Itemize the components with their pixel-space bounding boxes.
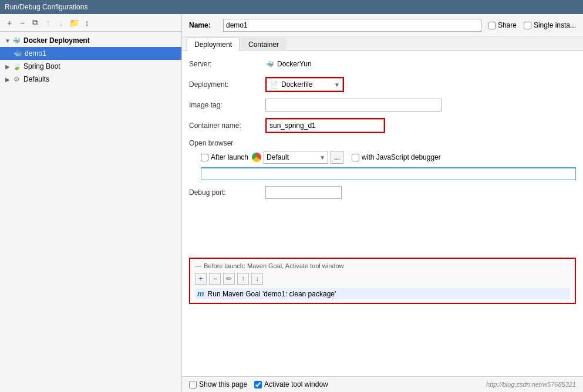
deployment-dropdown[interactable]: 📄 Dockerfile ▼ [267, 78, 343, 91]
browser-row: After launch Default ▼ ... with JavaScri… [189, 151, 576, 164]
single-instance-label: Single insta... [534, 21, 576, 29]
before-launch-toolbar: + − ✏ ↑ ↓ [195, 273, 570, 285]
container-name-label: Container name: [189, 121, 265, 130]
container-name-input[interactable] [267, 119, 384, 132]
config-tree: ▼ 🐳 Docker Deployment 🐳 demo1 ▶ 🍃 Spring… [0, 32, 181, 392]
right-panel: Name: Share Single insta... Deployment C… [182, 14, 583, 392]
activate-tool-checkbox-label[interactable]: Activate tool window [254, 380, 328, 388]
browser-dropdown-arrow: ▼ [319, 154, 325, 161]
folder-button[interactable]: 📁 [68, 17, 80, 29]
tree-item-defaults[interactable]: ▶ ⚙ Defaults [0, 73, 181, 86]
share-checkbox[interactable] [488, 22, 496, 29]
tree-item-spring[interactable]: ▶ 🍃 Spring Boot [0, 60, 181, 73]
show-page-checkbox-label[interactable]: Show this page [189, 380, 247, 388]
tree-arrow-docker: ▼ [4, 36, 12, 45]
after-launch-label: After launch [211, 153, 248, 161]
js-debugger-checkbox[interactable] [352, 154, 359, 161]
spring-icon: 🍃 [12, 62, 21, 71]
maven-icon: m [197, 289, 204, 298]
show-page-label: Show this page [199, 380, 247, 388]
deployment-label: Deployment: [189, 80, 265, 89]
title-bar: Run/Debug Configurations [0, 0, 583, 14]
deployment-dropdown-arrow: ▼ [334, 82, 340, 88]
before-launch-add-button[interactable]: + [195, 273, 207, 285]
js-debugger-label: with JavaScript debugger [362, 153, 441, 161]
before-launch-remove-button[interactable]: − [209, 273, 221, 285]
server-label: Server: [189, 60, 265, 68]
move-down-button[interactable]: ↓ [55, 17, 67, 29]
name-input[interactable] [223, 19, 481, 32]
browser-dropdown[interactable]: Default ▼ [264, 151, 328, 164]
before-launch-down-button[interactable]: ↓ [251, 273, 263, 285]
tree-item-docker[interactable]: ▼ 🐳 Docker Deployment [0, 34, 181, 47]
debug-port-label: Debug port: [189, 188, 265, 197]
image-tag-row: Image tag: [189, 98, 576, 112]
server-value: 🐳 DockerYun [265, 59, 312, 69]
tab-deployment[interactable]: Deployment [187, 38, 240, 51]
chrome-icon [252, 153, 261, 162]
tab-container[interactable]: Container [241, 38, 287, 51]
dockerfile-icon: 📄 [269, 80, 279, 89]
tree-label-docker: Docker Deployment [23, 36, 90, 45]
tree-label-demo1: demo1 [25, 49, 46, 58]
empty-space [189, 211, 576, 258]
tree-label-defaults: Defaults [23, 75, 49, 83]
tree-item-demo1[interactable]: 🐳 demo1 [0, 47, 181, 60]
open-browser-section: Open browser After launch Default ▼ ... [189, 139, 576, 180]
share-checkbox-label[interactable]: Share [488, 21, 517, 29]
maven-item-label: Run Maven Goal 'demo1: clean package' [208, 290, 336, 298]
tree-arrow-defaults: ▶ [4, 75, 12, 83]
debug-port-input[interactable] [265, 186, 342, 199]
single-instance-checkbox-label[interactable]: Single insta... [524, 21, 576, 29]
name-label: Name: [189, 21, 218, 29]
share-area: Share Single insta... [488, 21, 576, 29]
js-debugger-checkbox-label[interactable]: with JavaScript debugger [352, 153, 441, 161]
activate-tool-checkbox[interactable] [254, 381, 262, 388]
server-value-text: DockerYun [277, 60, 312, 68]
server-row: Server: 🐳 DockerYun [189, 57, 576, 71]
browser-more-button[interactable]: ... [331, 151, 343, 164]
sort-button[interactable]: ↕ [81, 17, 93, 29]
add-config-button[interactable]: + [4, 17, 15, 29]
name-row: Name: Share Single insta... [182, 14, 583, 37]
image-tag-label: Image tag: [189, 101, 265, 109]
before-launch-section: — Before launch: Maven Goal, Activate to… [189, 258, 576, 304]
before-launch-edit-button[interactable]: ✏ [223, 273, 235, 285]
docker-category-icon: 🐳 [12, 36, 21, 45]
defaults-icon: ⚙ [12, 75, 21, 84]
open-browser-label: Open browser [189, 139, 576, 147]
tree-arrow-spring: ▶ [4, 62, 12, 70]
debug-port-row: Debug port: [189, 186, 576, 199]
before-launch-title: Before launch: Maven Goal, Activate tool… [204, 262, 343, 269]
show-page-checkbox[interactable] [189, 381, 197, 388]
after-launch-checkbox[interactable] [201, 154, 208, 161]
config-tabs: Deployment Container [182, 37, 583, 51]
docker-server-icon: 🐳 [265, 59, 275, 69]
browser-value: Default [267, 153, 289, 161]
container-name-wrapper [265, 118, 385, 133]
share-label: Share [498, 21, 517, 29]
move-up-button[interactable]: ↑ [42, 17, 54, 29]
demo1-icon: 🐳 [13, 49, 22, 58]
deployment-value: Dockerfile [281, 80, 312, 89]
before-launch-header: — Before launch: Maven Goal, Activate to… [195, 262, 570, 269]
after-launch-checkbox-label[interactable]: After launch [201, 153, 248, 161]
image-tag-input[interactable] [265, 99, 442, 111]
browser-select-wrapper: Default ▼ ... [252, 151, 343, 164]
tab-container-label: Container [248, 40, 279, 49]
remove-config-button[interactable]: − [16, 17, 28, 29]
copy-config-button[interactable]: ⧉ [29, 17, 41, 29]
browser-url-input[interactable] [201, 167, 576, 180]
maven-item: m Run Maven Goal 'demo1: clean package' [195, 288, 570, 299]
bottom-bar: Show this page Activate tool window http… [182, 376, 583, 392]
single-instance-checkbox[interactable] [524, 22, 531, 29]
watermark: http://blog.csdn.net/w57685321 [486, 381, 576, 388]
left-panel: + − ⧉ ↑ ↓ 📁 ↕ ▼ 🐳 Docker Deployment 🐳 de… [0, 14, 182, 392]
tree-label-spring: Spring Boot [23, 62, 60, 70]
deployment-wrapper: 📄 Dockerfile ▼ [265, 77, 344, 92]
title-text: Run/Debug Configurations [5, 3, 87, 11]
left-toolbar: + − ⧉ ↑ ↓ 📁 ↕ [0, 14, 181, 32]
main-container: + − ⧉ ↑ ↓ 📁 ↕ ▼ 🐳 Docker Deployment 🐳 de… [0, 14, 583, 392]
deployment-row: Deployment: 📄 Dockerfile ▼ [189, 77, 576, 92]
before-launch-up-button[interactable]: ↑ [237, 273, 249, 285]
